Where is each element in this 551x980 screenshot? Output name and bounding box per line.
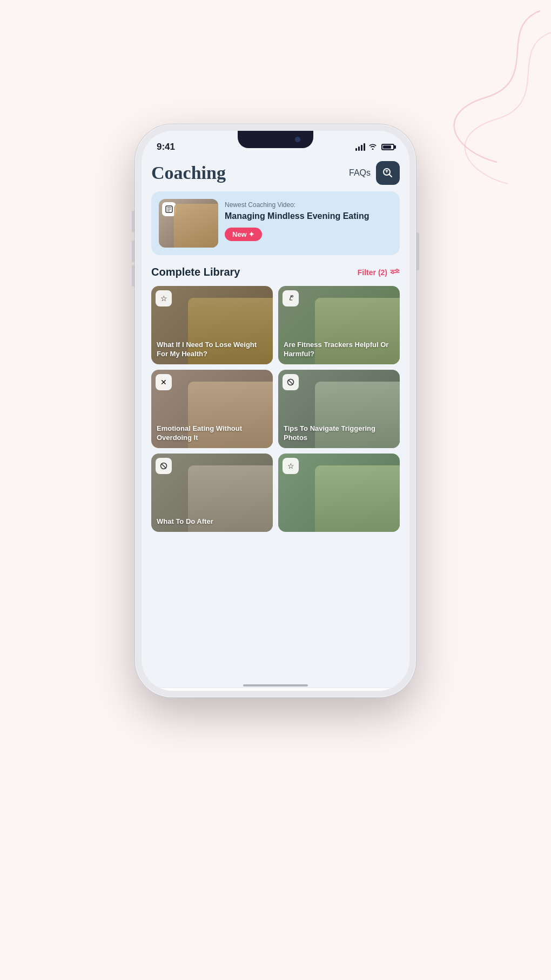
- video-card-3[interactable]: ✕ Emotional Eating Without Overdoing It: [151, 370, 273, 448]
- svg-point-8: [292, 296, 293, 297]
- status-time: 9:41: [157, 142, 175, 152]
- phone-frame: 9:41: [135, 124, 416, 697]
- svg-line-12: [162, 464, 166, 468]
- new-badge[interactable]: New ✦: [225, 228, 262, 241]
- video-card-title-3: Emotional Eating Without Overdoing It: [157, 424, 267, 443]
- video-card-icon-2: [283, 290, 299, 306]
- wifi-icon: [368, 143, 377, 151]
- battery-icon: [381, 144, 394, 150]
- library-title: Complete Library: [151, 266, 240, 278]
- screen-title: Coaching: [151, 163, 226, 183]
- filter-label: Filter (2): [358, 268, 387, 277]
- featured-info: Newest Coaching Video: Managing Mindless…: [225, 199, 392, 241]
- video-card-2[interactable]: Are Fitness Trackers Helpful Or Harmful?: [278, 286, 400, 364]
- featured-video-card[interactable]: Newest Coaching Video: Managing Mindless…: [151, 191, 400, 255]
- video-card-icon-6: ☆: [283, 458, 299, 474]
- video-card-5[interactable]: What To Do After: [151, 454, 273, 532]
- filter-button[interactable]: Filter (2): [358, 268, 400, 277]
- screen-content: Coaching FAQs: [142, 157, 409, 691]
- video-card-title-5: What To Do After: [157, 517, 267, 526]
- featured-thumbnail: [159, 199, 218, 248]
- camera-dot: [295, 137, 300, 142]
- bottom-nav: Learn Coaching: [142, 688, 409, 691]
- svg-line-10: [288, 380, 293, 384]
- header-right: FAQs: [349, 161, 400, 185]
- faq-button[interactable]: [376, 161, 400, 185]
- phone-screen: 9:41: [142, 131, 409, 691]
- video-card-1[interactable]: ☆ What If I Need To Lose Weight For My H…: [151, 286, 273, 364]
- library-header: Complete Library Filter (2): [151, 266, 400, 278]
- featured-title: Managing Mindless Evening Eating: [225, 211, 392, 222]
- video-card-title-4: Tips To Navigate Triggering Photos: [284, 424, 394, 443]
- content-scroll: Newest Coaching Video: Managing Mindless…: [142, 191, 409, 688]
- status-icons: [355, 143, 394, 151]
- video-card-icon-3: ✕: [156, 374, 172, 390]
- signal-icon: [355, 143, 365, 151]
- faq-label[interactable]: FAQs: [349, 168, 371, 178]
- video-card-icon-5: [156, 458, 172, 474]
- screen-header: Coaching FAQs: [142, 157, 409, 191]
- video-card-icon-4: [283, 374, 299, 390]
- video-card-6[interactable]: ☆: [278, 454, 400, 532]
- featured-label: Newest Coaching Video:: [225, 201, 392, 209]
- video-grid: ☆ What If I Need To Lose Weight For My H…: [151, 286, 400, 532]
- home-indicator: [243, 684, 308, 686]
- phone-notch: [238, 131, 313, 148]
- video-card-icon-1: ☆: [156, 290, 172, 306]
- video-card-title-2: Are Fitness Trackers Helpful Or Harmful?: [284, 341, 394, 359]
- phone-wrapper: 9:41: [135, 124, 416, 697]
- video-card-title-1: What If I Need To Lose Weight For My Hea…: [157, 341, 267, 359]
- video-card-4[interactable]: Tips To Navigate Triggering Photos: [278, 370, 400, 448]
